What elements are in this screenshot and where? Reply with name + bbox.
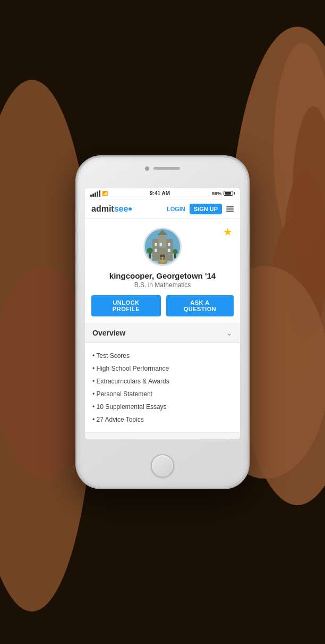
- signal-strength: [90, 190, 100, 197]
- svg-rect-15: [160, 242, 162, 246]
- favorite-star-icon[interactable]: ★: [223, 225, 233, 238]
- background-chevron-icon: ›: [230, 438, 233, 439]
- battery-pct-label: 98%: [212, 191, 221, 196]
- battery-body: [224, 191, 233, 196]
- overview-section-header[interactable]: Overview ⌄: [85, 323, 240, 343]
- phone-top-bar: [131, 165, 194, 172]
- volume-down-button: [75, 261, 78, 285]
- profile-degree: B.S. in Mathematics: [91, 281, 234, 289]
- university-text: Georgetown '14: [156, 271, 216, 280]
- overview-item-5: • 10 Supplemental Essays: [92, 400, 233, 413]
- svg-point-23: [163, 258, 165, 260]
- status-bar: 📶 9:41 AM 98%: [85, 188, 240, 199]
- status-right: 98%: [212, 191, 235, 196]
- overview-item-4: • Personal Statement: [92, 388, 233, 400]
- overview-item-3: • Extracurriculars & Awards: [92, 375, 233, 388]
- signup-button[interactable]: SIGN UP: [190, 204, 222, 214]
- front-camera: [145, 166, 149, 171]
- wifi-icon: 📶: [102, 191, 108, 196]
- unlock-profile-button[interactable]: UNLOCK PROFILE: [91, 295, 161, 316]
- status-left: 📶: [90, 190, 108, 197]
- overview-item-6: • 27 Advice Topics: [92, 413, 233, 426]
- svg-rect-18: [168, 248, 170, 252]
- profile-username: kingcooper, Georgetown '14: [91, 271, 234, 280]
- overview-item-2: • High School Performance: [92, 362, 233, 375]
- profile-action-buttons: UNLOCK PROFILE ASK A QUESTION: [91, 295, 234, 316]
- overview-item-1: • Test Scores: [92, 349, 233, 362]
- signal-bar-5: [99, 190, 100, 197]
- speaker: [153, 167, 180, 170]
- svg-point-21: [160, 257, 166, 263]
- menu-line-2: [226, 208, 234, 210]
- volume-up-button: [75, 232, 78, 256]
- mute-button: [75, 211, 78, 225]
- overview-content: • Test Scores • High School Performance …: [85, 343, 240, 433]
- nav-actions: LOGIN SIGN UP: [167, 204, 234, 214]
- ask-question-button[interactable]: ASK A QUESTION: [166, 295, 234, 316]
- svg-point-22: [160, 258, 162, 260]
- battery-fill: [225, 192, 231, 195]
- overview-title: Overview: [92, 329, 125, 337]
- svg-rect-17: [155, 248, 157, 252]
- svg-point-25: [147, 247, 153, 253]
- nav-bar: admitsee LOGIN SIGN UP: [85, 199, 240, 219]
- logo-dot: [129, 207, 132, 211]
- app-logo: admitsee: [91, 204, 132, 214]
- logo-see-text: see: [114, 204, 129, 213]
- svg-rect-14: [155, 242, 157, 246]
- profile-section: ★: [85, 219, 240, 323]
- menu-line-1: [226, 206, 234, 207]
- phone-screen: 📶 9:41 AM 98% admitsee LOGIN SIGN UP: [85, 188, 240, 439]
- svg-point-27: [173, 249, 177, 254]
- signal-bar-2: [92, 194, 94, 197]
- overview-chevron-icon: ⌄: [226, 329, 233, 337]
- power-button: [247, 221, 250, 256]
- phone-shell: 📶 9:41 AM 98% admitsee LOGIN SIGN UP: [78, 157, 247, 487]
- username-text: kingcooper,: [109, 271, 154, 280]
- signal-bar-3: [95, 193, 96, 197]
- background-title: Background: [92, 438, 136, 439]
- menu-line-3: [226, 211, 234, 212]
- avatar: [143, 228, 182, 266]
- svg-rect-16: [168, 242, 170, 246]
- signal-bar-1: [90, 195, 92, 197]
- background-section-header[interactable]: Background ›: [85, 433, 240, 439]
- battery-icon: [224, 191, 235, 196]
- home-button[interactable]: [151, 454, 174, 478]
- battery-tip: [234, 192, 235, 195]
- login-button[interactable]: LOGIN: [167, 206, 185, 212]
- svg-rect-26: [174, 253, 176, 258]
- hamburger-menu-button[interactable]: [226, 206, 234, 212]
- signal-bar-4: [97, 191, 98, 197]
- avatar-image: [145, 229, 180, 264]
- status-time: 9:41 AM: [150, 190, 170, 196]
- logo-admit-text: admit: [91, 204, 114, 213]
